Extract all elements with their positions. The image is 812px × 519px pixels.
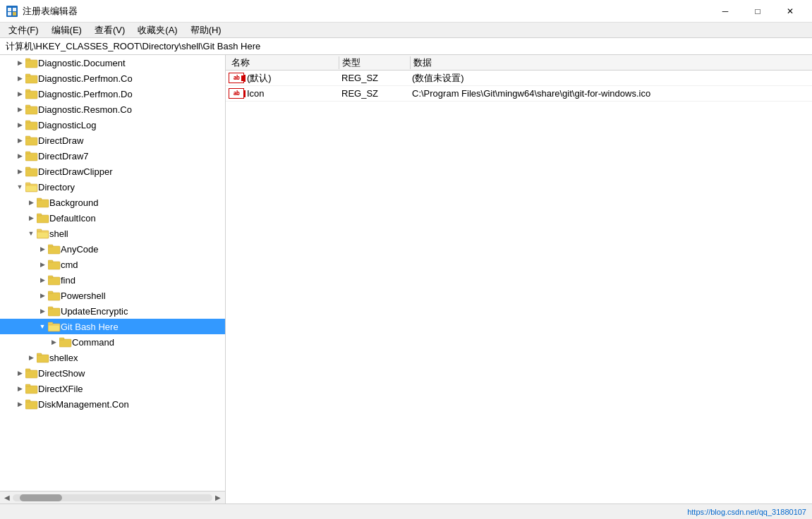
svg-rect-70: [25, 369, 30, 371]
tree-label-diskmanagement: DiskManagement.Con: [38, 399, 129, 410]
svg-rect-28: [25, 167, 30, 169]
expand-updateencrypt[interactable]: [37, 305, 48, 317]
window-title: 注册表编辑器: [23, 5, 78, 18]
folder-icon-open: [37, 228, 49, 239]
expand-powershell[interactable]: [37, 290, 48, 301]
tree-label-directdraw: DirectDraw: [38, 135, 83, 146]
expand-diag-perf1[interactable]: [14, 73, 25, 84]
folder-icon: [37, 212, 49, 224]
tree-label-diag-resmon: Diagnostic.Resmon.Co: [38, 104, 132, 115]
tree-item-anycode[interactable]: AnyCode: [0, 241, 225, 257]
tree-item-background[interactable]: Background: [0, 195, 225, 210]
expand-diag-perf2[interactable]: [14, 88, 25, 99]
folder-icon: [25, 383, 38, 394]
tree-item-diag-perf1[interactable]: Diagnostic.Perfmon.Co: [0, 71, 225, 86]
expand-diag-resmon[interactable]: [14, 104, 25, 115]
expand-find[interactable]: [37, 274, 48, 286]
svg-rect-35: [37, 198, 42, 200]
tree-item-command[interactable]: Command: [0, 334, 225, 350]
expand-directxfile[interactable]: [14, 383, 25, 394]
tree-scroll[interactable]: Diagnostic.Document Diagnostic.Perfmon.C…: [0, 55, 225, 491]
menu-edit[interactable]: 编辑(E): [46, 23, 87, 37]
table-row[interactable]: ab Icon REG_SZ C:\Program Files\Git\ming…: [226, 86, 812, 102]
expand-cmd[interactable]: [37, 259, 48, 270]
svg-rect-76: [25, 400, 30, 402]
menu-view[interactable]: 查看(V): [89, 23, 131, 37]
status-bar: https://blog.csdn.net/qq_31880107: [0, 503, 812, 519]
tree-label-directxfile: DirectXFile: [38, 384, 83, 394]
folder-icon: [25, 73, 38, 84]
menu-file[interactable]: 文件(F): [3, 23, 44, 37]
minimize-button[interactable]: ─: [709, 0, 741, 23]
hscroll-right[interactable]: ▶: [212, 494, 224, 501]
col-header-data: 数据: [411, 56, 812, 69]
tree-item-shell[interactable]: shell: [0, 226, 225, 241]
expand-diskmanagement[interactable]: [14, 398, 25, 410]
tree-item-powershell[interactable]: Powershell: [0, 288, 225, 303]
expand-directshow[interactable]: [14, 367, 25, 379]
tree-item-directxfile[interactable]: DirectXFile: [0, 381, 225, 396]
tree-item-directdrawclipper[interactable]: DirectDrawClipper: [0, 164, 225, 179]
tree-hscroll[interactable]: ◀ ▶: [0, 491, 225, 503]
expand-shell[interactable]: [25, 228, 37, 239]
table-cell-name-default: ab (默认): [226, 72, 339, 85]
folder-icon: [37, 197, 49, 208]
expand-gitbashhere[interactable]: [37, 321, 48, 332]
expand-shellex[interactable]: [25, 352, 37, 363]
tree-item-diag-resmon[interactable]: Diagnostic.Resmon.Co: [0, 102, 225, 117]
tree-item-find[interactable]: find: [0, 272, 225, 288]
expand-background[interactable]: [25, 197, 37, 208]
folder-icon-open-selected: [48, 321, 61, 332]
expand-defaulticon[interactable]: [25, 212, 37, 224]
tree-item-diag-doc[interactable]: Diagnostic.Document: [0, 55, 225, 71]
svg-rect-25: [25, 152, 30, 154]
address-bar: 计算机\HKEY_CLASSES_ROOT\Directory\shell\Gi…: [0, 38, 812, 55]
menu-favorites[interactable]: 收藏夹(A): [132, 23, 183, 37]
tree-item-directshow[interactable]: DirectShow: [0, 365, 225, 381]
hscroll-track[interactable]: [13, 494, 212, 501]
hscroll-thumb[interactable]: [20, 494, 62, 501]
svg-rect-26: [25, 169, 37, 176]
tree-item-updateencrypt[interactable]: UpdateEncryptic: [0, 303, 225, 319]
table-cell-data-default: (数值未设置): [409, 72, 812, 85]
tree-item-defaulticon[interactable]: DefaultIcon: [0, 210, 225, 226]
expand-anycode[interactable]: [37, 243, 48, 255]
table-row[interactable]: ab (默认) REG_SZ (数值未设置): [226, 71, 812, 86]
svg-rect-3: [8, 12, 11, 16]
tree-label-shellex: shellex: [49, 353, 78, 363]
expand-command[interactable]: [48, 336, 59, 348]
tree-item-shellex[interactable]: shellex: [0, 350, 225, 365]
expand-directdraw7[interactable]: [14, 150, 25, 161]
expand-directdrawclipper[interactable]: [14, 166, 25, 177]
svg-rect-62: [59, 339, 71, 347]
title-bar: 注册表编辑器 ─ □ ✕: [0, 0, 812, 23]
main-content: Diagnostic.Document Diagnostic.Perfmon.C…: [0, 55, 812, 503]
tree-item-diag-log[interactable]: DiagnosticLog: [0, 117, 225, 133]
tree-label-powershell: Powershell: [61, 291, 106, 301]
hscroll-left[interactable]: ◀: [1, 494, 13, 501]
close-button[interactable]: ✕: [774, 0, 806, 23]
tree-item-diag-perf2[interactable]: Diagnostic.Perfmon.Do: [0, 86, 225, 102]
menu-help[interactable]: 帮助(H): [185, 23, 227, 37]
expand-diag-log[interactable]: [14, 119, 25, 130]
tree-item-directdraw7[interactable]: DirectDraw7: [0, 148, 225, 164]
title-bar-left: 注册表编辑器: [6, 5, 78, 18]
tree-panel: Diagnostic.Document Diagnostic.Perfmon.C…: [0, 55, 226, 503]
tree-label-diag-log: DiagnosticLog: [38, 120, 96, 130]
expand-directory[interactable]: [14, 181, 25, 193]
tree-item-diskmanagement[interactable]: DiskManagement.Con: [0, 396, 225, 412]
svg-rect-7: [25, 59, 30, 61]
svg-rect-73: [25, 384, 30, 386]
svg-rect-17: [25, 122, 37, 130]
tree-item-directdraw[interactable]: DirectDraw: [0, 133, 225, 148]
folder-icon: [25, 104, 38, 115]
folder-icon: [25, 57, 38, 68]
svg-rect-2: [13, 8, 16, 11]
tree-item-cmd[interactable]: cmd: [0, 257, 225, 272]
folder-icon: [37, 352, 49, 363]
tree-item-gitbashhere[interactable]: Git Bash Here: [0, 319, 225, 334]
expand-directdraw[interactable]: [14, 135, 25, 146]
tree-item-directory[interactable]: Directory: [0, 179, 225, 195]
maximize-button[interactable]: □: [741, 0, 774, 23]
expand-diag-doc[interactable]: [14, 57, 25, 68]
